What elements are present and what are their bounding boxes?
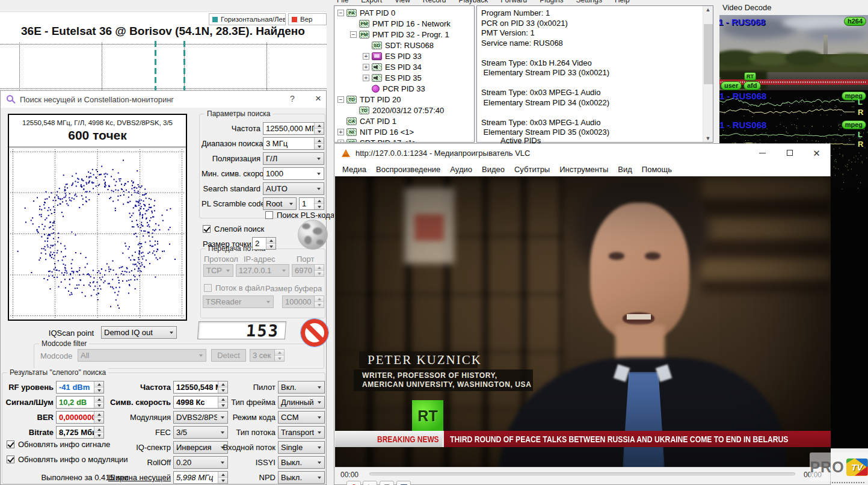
dropdown-arrow-icon[interactable] bbox=[286, 198, 296, 209]
dropdown-arrow-icon[interactable] bbox=[314, 457, 324, 468]
dropdown-arrow-icon[interactable] bbox=[166, 327, 176, 338]
legend-vertical-right[interactable]: Вер bbox=[288, 13, 327, 25]
dropdown-arrow-icon[interactable] bbox=[314, 397, 324, 408]
maximize-button[interactable] bbox=[776, 144, 803, 162]
param-field[interactable]: Г/Л bbox=[263, 152, 324, 165]
pl-scramble-mode-dropdown[interactable]: Root bbox=[263, 197, 297, 210]
fullscreen-button[interactable] bbox=[396, 481, 411, 485]
spinner-buttons[interactable] bbox=[314, 123, 324, 134]
result-dropdown[interactable]: Выкл. bbox=[278, 456, 325, 469]
vlc-menu-item[interactable]: Инструменты bbox=[559, 165, 608, 174]
dropdown-arrow-icon[interactable] bbox=[313, 153, 324, 164]
help-button[interactable]: ? bbox=[286, 94, 298, 103]
result-dropdown[interactable]: Выкл. bbox=[278, 471, 325, 484]
collapse-icon[interactable]: − bbox=[337, 96, 344, 103]
record-button[interactable] bbox=[346, 481, 361, 485]
menu-item-view[interactable]: View bbox=[395, 0, 410, 4]
expand-icon[interactable]: + bbox=[337, 129, 344, 135]
close-button[interactable]: × bbox=[312, 93, 325, 105]
tree-row[interactable]: +NINIT PID 16 <1> bbox=[334, 126, 474, 137]
tree-row[interactable]: +SDSDT PID 17 <1> bbox=[334, 137, 474, 143]
menu-item-export[interactable]: Export bbox=[361, 0, 382, 4]
spinner-buttons[interactable] bbox=[94, 397, 103, 408]
tree-row[interactable]: −PMPMT PID 32 - Progr. 1 bbox=[334, 29, 474, 40]
checkbox[interactable] bbox=[203, 225, 211, 233]
seek-slider[interactable] bbox=[369, 472, 795, 475]
tree-row[interactable]: PCR PID 33 bbox=[334, 83, 474, 94]
tree-row[interactable]: TD2020/03/12 07:57:40 bbox=[334, 105, 474, 116]
expand-icon[interactable]: + bbox=[363, 75, 369, 81]
result-field[interactable]: 0,0000000 bbox=[56, 411, 104, 424]
decoded-video-thumbnail[interactable]: 1 - RUS068 h264 RT user afd bbox=[719, 15, 868, 90]
tree-row[interactable]: −PAPAT PID 0 bbox=[334, 7, 474, 18]
vlc-menu-item[interactable]: Субтитры bbox=[514, 165, 550, 174]
checkbox[interactable] bbox=[265, 211, 273, 219]
update-info-checkbox[interactable]: Обновлять инфо сигнале bbox=[7, 440, 110, 449]
spinner-buttons[interactable] bbox=[94, 412, 103, 423]
close-button[interactable]: ✕ bbox=[803, 144, 830, 162]
result-dropdown[interactable]: Single bbox=[278, 441, 325, 454]
iqscan-dropdown[interactable]: Demod IQ out bbox=[101, 326, 177, 339]
vlc-menu-item[interactable]: Видео bbox=[482, 165, 505, 174]
param-field[interactable]: AUTO bbox=[263, 182, 324, 195]
spectrum-chart[interactable] bbox=[0, 41, 327, 98]
vlc-menu-item[interactable]: Вид bbox=[618, 165, 632, 174]
vlc-video-surface[interactable]: PETER KUZNICK WRITER, PROFESSOR OF HISTO… bbox=[335, 176, 831, 468]
collapse-icon[interactable]: − bbox=[350, 31, 357, 38]
blind-search-checkbox[interactable]: Слепой поиск bbox=[203, 224, 264, 233]
dropdown-arrow-icon[interactable] bbox=[314, 472, 324, 483]
dropdown-arrow-icon[interactable] bbox=[314, 442, 324, 453]
scroll-down-icon[interactable]: ▼ bbox=[704, 135, 712, 142]
collapse-icon[interactable]: − bbox=[337, 10, 344, 16]
tree-row[interactable]: CACAT PID 1 bbox=[334, 116, 474, 126]
param-field[interactable]: 3 МГц bbox=[263, 137, 324, 150]
dropdown-arrow-icon[interactable] bbox=[313, 183, 324, 194]
expand-icon[interactable]: + bbox=[363, 53, 369, 60]
tree-row[interactable]: PMPMT PID 16 - Network bbox=[334, 18, 474, 29]
dialog-titlebar[interactable]: Поиск несущей и Constellation-мониторинг… bbox=[1, 91, 326, 108]
expand-icon[interactable]: + bbox=[337, 140, 344, 143]
dropdown-arrow-icon[interactable] bbox=[314, 412, 324, 423]
menu-item-forward[interactable]: Forward bbox=[500, 0, 527, 4]
checkbox[interactable] bbox=[7, 456, 14, 463]
result-dropdown[interactable]: Transport bbox=[278, 426, 325, 439]
stop-button[interactable] bbox=[380, 481, 394, 485]
minimize-button[interactable] bbox=[749, 144, 776, 162]
vlc-menu-item[interactable]: Медиа bbox=[342, 165, 366, 174]
vlc-menu-item[interactable]: Воспроизведение bbox=[376, 165, 440, 174]
vlc-titlebar[interactable]: http://127.0.0.1:1234 - Медиапроигрывате… bbox=[334, 144, 830, 162]
dropdown-arrow-icon[interactable] bbox=[314, 427, 324, 438]
dropdown-arrow-icon[interactable] bbox=[314, 382, 324, 393]
result-dropdown[interactable]: Вкл. bbox=[278, 381, 325, 394]
tree-row[interactable]: SDSDT: RUS068 bbox=[334, 40, 474, 51]
param-field[interactable]: 12550,000 МГц bbox=[263, 122, 324, 135]
spinner-buttons[interactable] bbox=[314, 198, 324, 209]
menu-item-file[interactable]: File bbox=[337, 0, 348, 4]
tree-row[interactable]: +ES PID 35 bbox=[334, 72, 474, 83]
scrollbar-thumb[interactable] bbox=[704, 24, 713, 84]
dropdown-arrow-icon[interactable] bbox=[313, 168, 324, 179]
result-field[interactable]: 8,725 Мбит/с bbox=[56, 426, 104, 439]
info-scrollbar[interactable]: ▲ ▼ bbox=[703, 6, 713, 142]
play-button[interactable] bbox=[363, 481, 377, 485]
spinner-buttons[interactable] bbox=[266, 238, 275, 249]
scroll-up-icon[interactable]: ▲ bbox=[704, 6, 712, 13]
menu-item-settings[interactable]: Settings bbox=[576, 0, 602, 4]
menu-item-playback[interactable]: Playback bbox=[459, 0, 488, 4]
spinner-buttons[interactable] bbox=[94, 427, 103, 438]
stop-search-button[interactable] bbox=[301, 319, 328, 347]
result-dropdown[interactable]: CCM bbox=[278, 411, 325, 424]
vlc-menu-item[interactable]: Помощь bbox=[642, 165, 672, 174]
spinner-buttons[interactable] bbox=[314, 138, 324, 149]
legend-horizontal-left[interactable]: Горизонтальная/Левая bbox=[209, 13, 286, 25]
result-field[interactable]: 10,2 dB bbox=[56, 396, 104, 409]
tree-row[interactable]: +ES PID 33 bbox=[334, 51, 474, 61]
point-size-input[interactable]: 2 bbox=[252, 237, 276, 250]
menu-item-record[interactable]: Record bbox=[423, 0, 446, 4]
tree-row[interactable]: −TDTDT PID 20 bbox=[334, 94, 474, 105]
result-field[interactable]: -41 dBm bbox=[56, 381, 104, 394]
tree-row[interactable]: +ES PID 34 bbox=[334, 61, 474, 72]
menu-item-plugins[interactable]: Plugins bbox=[540, 0, 563, 4]
menu-item-help[interactable]: Help bbox=[615, 0, 630, 4]
pid-tree-panel[interactable]: −PAPAT PID 0PMPMT PID 16 - Network−PMPMT… bbox=[334, 5, 475, 143]
